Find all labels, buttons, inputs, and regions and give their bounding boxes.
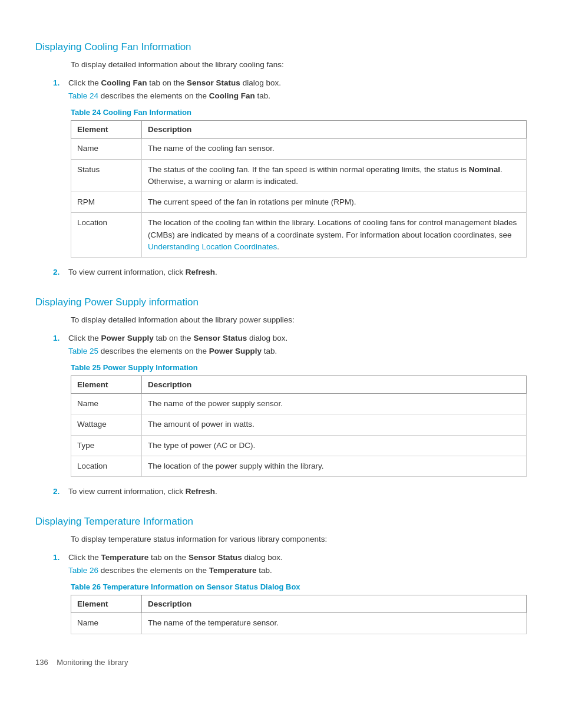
table25: Element Description Name The name of the… (71, 375, 527, 477)
table26-link[interactable]: Table 26 (68, 566, 98, 575)
table25-element-name: Name (71, 394, 142, 414)
section1-step2: 2. To view current information, click Re… (53, 266, 527, 279)
table24-element-status: Status (71, 159, 142, 192)
table25-element-type: Type (71, 435, 142, 456)
table24-desc-location: The location of the cooling fan within t… (142, 213, 527, 258)
section2-title: Displaying Power Supply information (35, 297, 527, 308)
table25-desc-type: The type of power (AC or DC). (142, 435, 527, 456)
table24-header-element: Element (71, 121, 142, 139)
table26: Element Description Name The name of the… (71, 595, 527, 634)
section1-step1-tableref: Table 24 describes the elements on the C… (68, 91, 270, 100)
section3-step1-text: Click the Temperature tab on the Sensor … (68, 553, 283, 562)
table24-element-name: Name (71, 139, 142, 159)
section1-step1: 1. Click the Cooling Fan tab on the Sens… (53, 77, 527, 102)
section3-step1: 1. Click the Temperature tab on the Sens… (53, 551, 527, 577)
table-row: Name The name of the power supply sensor… (71, 394, 527, 414)
section3-title: Displaying Temperature Information (35, 516, 527, 528)
section1-step1-text: Click the Cooling Fan tab on the Sensor … (68, 78, 281, 87)
section2-step2-number: 2. (53, 485, 66, 498)
table-row: RPM The current speed of the fan in rota… (71, 192, 527, 213)
table-row: Name The name of the cooling fan sensor. (71, 139, 527, 159)
section2-step1: 1. Click the Power Supply tab on the Sen… (53, 332, 527, 357)
section3-step1-number: 1. (53, 551, 66, 577)
table24: Element Description Name The name of the… (71, 120, 527, 258)
table25-link[interactable]: Table 25 (68, 347, 98, 355)
table24-desc-status: The status of the cooling fan. If the fa… (142, 159, 527, 192)
table24-caption: Table 24 Cooling Fan Information (71, 108, 527, 117)
table25-desc-name: The name of the power supply sensor. (142, 394, 527, 414)
section2-step2-content: To view current information, click Refre… (68, 485, 527, 498)
section2-step1-tableref: Table 25 describes the elements on the P… (68, 347, 277, 355)
section1-step1-content: Click the Cooling Fan tab on the Sensor … (68, 77, 527, 102)
table26-header-element: Element (71, 595, 142, 613)
table24-desc-name: The name of the cooling fan sensor. (142, 139, 527, 159)
page-footer: 136 Monitoring the library (35, 658, 527, 667)
section2-intro: To display detailed information about th… (71, 314, 527, 326)
section2-step1-content: Click the Power Supply tab on the Sensor… (68, 332, 527, 357)
section3-step1-content: Click the Temperature tab on the Sensor … (68, 551, 527, 577)
section1-title: Displaying Cooling Fan Information (35, 41, 527, 53)
section1-step1-number: 1. (53, 77, 66, 102)
table25-element-wattage: Wattage (71, 414, 142, 435)
section2-step1-number: 1. (53, 332, 66, 357)
location-coordinates-link[interactable]: Understanding Location Coordinates (148, 242, 277, 251)
table26-caption: Table 26 Temperature Information on Sens… (71, 582, 527, 591)
section3-step1-tableref: Table 26 describes the elements on the T… (68, 566, 272, 575)
table-row: Location The location of the cooling fan… (71, 213, 527, 258)
table-row: Wattage The amount of power in watts. (71, 414, 527, 435)
section1-intro: To display detailed information about th… (71, 59, 527, 71)
section2-step1-text: Click the Power Supply tab on the Sensor… (68, 334, 287, 342)
table25-desc-wattage: The amount of power in watts. (142, 414, 527, 435)
table24-element-rpm: RPM (71, 192, 142, 213)
table25-header-element: Element (71, 376, 142, 394)
table26-desc-name: The name of the temperature sensor. (142, 613, 527, 634)
section1-step2-content: To view current information, click Refre… (68, 266, 527, 279)
table26-header-description: Description (142, 595, 527, 613)
table24-header-description: Description (142, 121, 527, 139)
table25-element-location: Location (71, 456, 142, 476)
table-row: Status The status of the cooling fan. If… (71, 159, 527, 192)
section2-step2: 2. To view current information, click Re… (53, 485, 527, 498)
page-number: 136 (35, 658, 48, 667)
table25-desc-location: The location of the power supply within … (142, 456, 527, 476)
table-row: Type The type of power (AC or DC). (71, 435, 527, 456)
table24-desc-rpm: The current speed of the fan in rotation… (142, 192, 527, 213)
table-row: Location The location of the power suppl… (71, 456, 527, 476)
footer-text: Monitoring the library (57, 658, 128, 667)
table26-element-name: Name (71, 613, 142, 634)
section1-step2-number: 2. (53, 266, 66, 279)
table24-link[interactable]: Table 24 (68, 91, 98, 100)
table-row: Name The name of the temperature sensor. (71, 613, 527, 634)
table25-header-description: Description (142, 376, 527, 394)
section3-intro: To display temperature status informatio… (71, 533, 527, 545)
table24-element-location: Location (71, 213, 142, 258)
table25-caption: Table 25 Power Supply Information (71, 363, 527, 372)
